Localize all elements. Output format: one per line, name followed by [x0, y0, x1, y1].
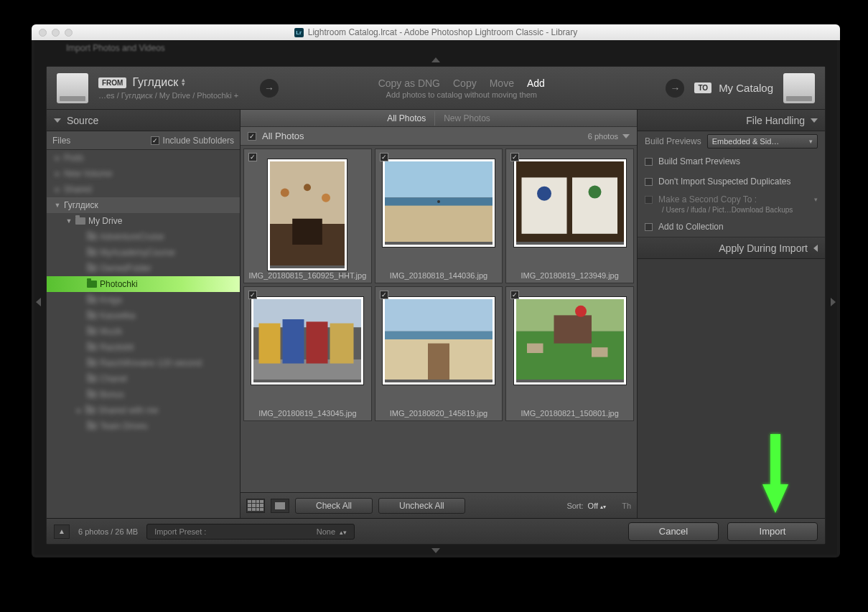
svg-rect-17 — [259, 324, 281, 364]
svg-point-5 — [322, 194, 330, 202]
import-preset-select[interactable]: Import Preset : None ▴▾ — [146, 524, 355, 540]
source-name[interactable]: Гуглдиск ▴▾ — [132, 76, 185, 89]
add-to-collection-checkbox[interactable]: Add to Collection — [638, 217, 825, 237]
thumbnail-cell[interactable]: ✓IMG_20180819_143045.jpg — [243, 286, 372, 421]
thumbnail-image[interactable] — [383, 159, 495, 247]
tree-mydrive[interactable]: ▼My Drive — [47, 213, 240, 229]
all-photos-bar[interactable]: ✓ All Photos 6 photos — [241, 127, 637, 146]
svg-rect-18 — [283, 319, 304, 364]
import-button[interactable]: Import — [727, 522, 818, 541]
thumbnail-checkbox[interactable]: ✓ — [248, 291, 257, 299]
tab-copy[interactable]: Copy — [453, 77, 477, 89]
collapse-top-icon[interactable] — [431, 57, 440, 62]
import-footer: ▲ 6 photos / 26 MB Import Preset : None … — [47, 518, 825, 544]
to-badge: TO — [694, 83, 711, 93]
tab-new-photos[interactable]: New Photos — [434, 111, 499, 126]
titlebar[interactable]: Lr Lightroom Catalog.lrcat - Adobe Photo… — [32, 24, 840, 40]
thumb-size-label: Th — [622, 502, 631, 510]
nav-forward-source-icon[interactable]: → — [260, 79, 279, 98]
second-copy-path: / Users / ifuda / Pict…Download Backups — [645, 206, 793, 214]
thumbnail-cell[interactable]: ✓IMG_20180815_160925_HHT.jpg — [243, 149, 372, 283]
uncheck-all-button[interactable]: Uncheck All — [378, 498, 465, 514]
tab-copy-dng[interactable]: Copy as DNG — [378, 77, 440, 89]
thumbnail-cell[interactable]: ✓IMG_20180818_144036.jpg — [375, 149, 503, 283]
include-subfolders-checkbox[interactable]: ✓Include Subfolders — [151, 136, 234, 146]
collapse-button[interactable]: ▲ — [54, 524, 70, 539]
sort-select[interactable]: Off ▴▾ — [588, 502, 607, 510]
thumbnail-cell[interactable]: ✓IMG_20180821_150801.jpg — [505, 286, 634, 421]
thumbnail-checkbox[interactable]: ✓ — [510, 153, 519, 161]
svg-rect-2 — [293, 219, 323, 245]
svg-rect-24 — [428, 344, 449, 380]
chevron-left-icon — [813, 245, 818, 252]
svg-rect-30 — [592, 347, 608, 357]
import-header: FROM Гуглдиск ▴▾ …es / Гуглдиск / My Dri… — [47, 67, 825, 110]
from-badge: FROM — [98, 77, 126, 88]
loupe-view-button[interactable] — [271, 499, 289, 513]
apply-during-import-header[interactable]: Apply During Import — [638, 237, 825, 259]
tab-add[interactable]: Add — [527, 77, 545, 89]
svg-rect-8 — [385, 206, 493, 242]
import-mode-subtitle: Add photos to catalog without moving the… — [386, 90, 537, 99]
files-bar: Files ✓Include Subfolders — [47, 131, 240, 150]
thumbnail-checkbox[interactable]: ✓ — [510, 291, 519, 299]
dont-import-duplicates-checkbox[interactable]: Don't Import Suspected Duplicates — [638, 171, 825, 192]
svg-rect-29 — [527, 344, 543, 353]
window-title: Lr Lightroom Catalog.lrcat - Adobe Photo… — [32, 27, 840, 37]
thumbnail-checkbox[interactable]: ✓ — [248, 153, 257, 161]
import-mode-tabs: Copy as DNG Copy Move Add Add photos to … — [279, 77, 644, 99]
thumbnail-image[interactable] — [268, 159, 347, 270]
thumbnail-caption: IMG_20180820_145819.jpg — [375, 409, 503, 418]
cancel-button[interactable]: Cancel — [628, 522, 719, 541]
check-all-button[interactable]: Check All — [295, 498, 373, 514]
build-previews-row[interactable]: Build Previews Embedded & Sid…▾ — [638, 131, 825, 151]
collapse-right-icon[interactable] — [831, 298, 836, 306]
svg-rect-22 — [385, 331, 493, 339]
folder-tree[interactable]: ▶Pods ▶New Volume ▶Shared ▼Гуглдиск ▼My … — [47, 150, 240, 518]
grid-view-button[interactable] — [246, 499, 265, 513]
source-panel: Source Files ✓Include Subfolders ▶Pods ▶… — [47, 110, 241, 518]
chevron-down-icon — [622, 134, 630, 138]
build-previews-select[interactable]: Embedded & Sid…▾ — [707, 134, 818, 149]
chevron-down-icon — [54, 118, 61, 123]
source-drive-icon[interactable] — [57, 73, 88, 103]
nav-forward-dest-icon[interactable]: → — [666, 79, 684, 98]
chevron-down-icon — [811, 118, 818, 123]
svg-point-14 — [588, 186, 601, 199]
thumbnail-cell[interactable]: ✓IMG_20180819_123949.jpg — [505, 149, 634, 283]
photo-filter-tabs: All Photos New Photos — [241, 110, 637, 127]
thumbnail-image[interactable] — [514, 297, 626, 385]
build-smart-previews-checkbox[interactable]: Build Smart Previews — [638, 151, 825, 171]
source-breadcrumb[interactable]: …es / Гуглдиск / My Drive / Photochki + — [98, 91, 238, 100]
thumbnail-image[interactable] — [251, 297, 363, 385]
svg-rect-27 — [554, 315, 592, 343]
second-copy-checkbox: Make a Second Copy To : ▾ / Users / ifud… — [638, 192, 825, 217]
thumbnail-cell[interactable]: ✓IMG_20180820_145819.jpg — [375, 286, 503, 421]
destination-name[interactable]: My Catalog — [719, 82, 773, 94]
svg-point-3 — [281, 189, 289, 197]
thumbnail-image[interactable] — [383, 297, 495, 385]
svg-point-28 — [575, 306, 587, 317]
tree-root[interactable]: ▼Гуглдиск — [47, 197, 240, 213]
thumbnail-image[interactable] — [514, 159, 626, 247]
thumbnail-caption: IMG_20180815_160925_HHT.jpg — [244, 271, 371, 280]
thumbnail-caption: IMG_20180819_143045.jpg — [244, 409, 371, 418]
tab-move[interactable]: Move — [490, 77, 514, 89]
thumbnail-checkbox[interactable]: ✓ — [380, 153, 388, 161]
collapse-bottom-icon[interactable] — [431, 548, 440, 553]
thumbnail-caption: IMG_20180821_150801.jpg — [506, 409, 633, 418]
destination-drive-icon[interactable] — [783, 73, 815, 103]
svg-rect-21 — [385, 299, 493, 331]
tree-selected-folder[interactable]: Photochki — [47, 276, 240, 292]
files-label: Files — [52, 136, 70, 146]
thumbnail-grid[interactable]: ✓IMG_20180815_160925_HHT.jpg✓IMG_2018081… — [241, 146, 637, 492]
source-panel-header[interactable]: Source — [47, 110, 240, 131]
lightroom-icon: Lr — [294, 28, 304, 37]
photo-count: 6 photos — [588, 132, 618, 141]
file-handling-header[interactable]: File Handling — [638, 110, 825, 131]
thumbnail-caption: IMG_20180818_144036.jpg — [375, 271, 503, 280]
collapse-left-icon[interactable] — [36, 298, 41, 306]
tab-all-photos[interactable]: All Photos — [378, 111, 434, 126]
svg-point-4 — [304, 184, 311, 191]
thumbnail-checkbox[interactable]: ✓ — [380, 291, 388, 299]
